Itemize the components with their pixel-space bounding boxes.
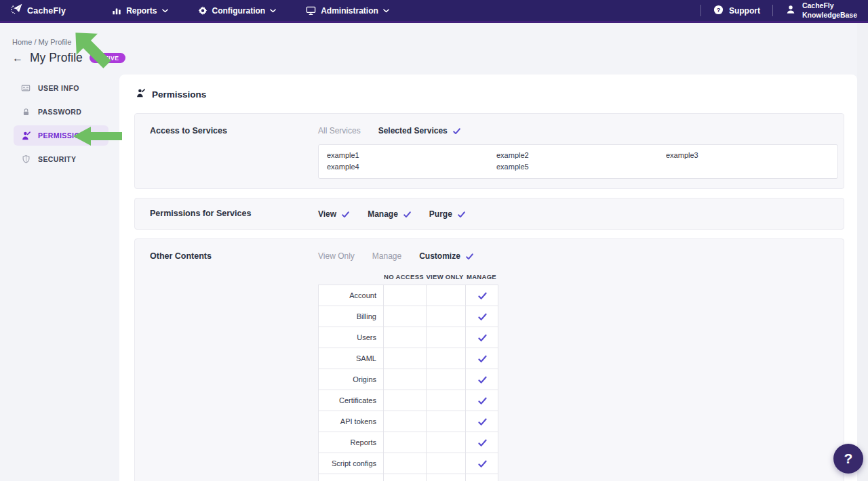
status-badge: ACTIVE <box>90 53 125 63</box>
table-row-certificates: Certificates <box>319 390 498 411</box>
permissions-for-services-panel: Permissions for Services ViewManagePurge <box>134 198 844 230</box>
access-to-services-panel: Access to Services All ServicesSelected … <box>134 113 844 189</box>
check-icon <box>477 438 488 448</box>
brand-name: CacheFly <box>27 6 66 16</box>
sidebar-item-password[interactable]: PASSWORD <box>14 102 108 122</box>
option-label: View <box>318 209 336 219</box>
other-contents-panel: Other Contents View OnlyManageCustomize … <box>134 238 844 481</box>
nav-item-reports[interactable]: Reports <box>112 6 167 16</box>
service-name: example5 <box>496 161 666 173</box>
row-label: Certificates <box>319 390 383 411</box>
cell-manage[interactable] <box>465 453 499 474</box>
cell-view-only[interactable] <box>426 411 465 432</box>
column-header-no-access: NO ACCESS <box>382 273 425 280</box>
nav-item-administration[interactable]: Administration <box>306 5 389 16</box>
permission-table-headers: NO ACCESSVIEW ONLYMANAGE <box>382 273 838 280</box>
nav-item-label: Reports <box>126 6 157 16</box>
option-manage[interactable]: Manage <box>368 209 412 219</box>
cell-view-only[interactable] <box>426 453 465 474</box>
person-podium-icon <box>20 131 31 141</box>
support-button[interactable]: ? Support <box>713 5 760 17</box>
cell-no-access[interactable] <box>383 327 426 348</box>
cell-manage[interactable] <box>465 411 499 432</box>
option-purge[interactable]: Purge <box>429 209 466 219</box>
cell-no-access[interactable] <box>383 411 426 432</box>
permissions-for-services-label: Permissions for Services <box>150 208 318 220</box>
option-view[interactable]: View <box>318 209 350 219</box>
check-icon <box>477 417 488 427</box>
question-circle-icon: ? <box>713 5 724 17</box>
svg-text:?: ? <box>717 6 721 13</box>
option-label: Selected Services <box>378 126 448 135</box>
option-all-services[interactable]: All Services <box>318 126 361 135</box>
option-label: Manage <box>368 209 398 219</box>
cell-manage[interactable] <box>465 306 499 327</box>
sidebar-item-permissions[interactable]: PERMISSIONS <box>14 125 108 146</box>
table-row-billing: Billing <box>319 306 498 327</box>
section-heading: Permissions <box>152 89 206 100</box>
cell-manage[interactable] <box>465 474 499 481</box>
cell-no-access[interactable] <box>383 369 426 390</box>
row-label: Users <box>319 327 383 348</box>
cell-view-only[interactable] <box>426 474 465 481</box>
cell-view-only[interactable] <box>426 432 465 453</box>
back-button[interactable]: ← <box>12 53 23 64</box>
gear-icon <box>198 6 208 16</box>
service-column: example1example4 <box>327 150 496 172</box>
access-to-services-label: Access to Services <box>150 125 318 179</box>
help-button[interactable]: ? <box>833 444 863 474</box>
scrollbar-track[interactable] <box>857 23 868 481</box>
option-label: All Services <box>318 126 361 135</box>
bar-chart-icon <box>112 6 121 16</box>
cell-manage[interactable] <box>465 390 499 411</box>
cell-view-only[interactable] <box>426 306 465 327</box>
paper-plane-icon <box>9 2 24 19</box>
table-row-reports: Reports <box>319 432 498 453</box>
sidebar-item-label: PASSWORD <box>38 108 81 116</box>
option-view-only[interactable]: View Only <box>318 251 355 261</box>
option-label: Manage <box>372 251 401 261</box>
cell-manage[interactable] <box>465 285 499 306</box>
cell-view-only[interactable] <box>426 348 465 369</box>
cell-no-access[interactable] <box>383 390 426 411</box>
row-label: Reports <box>319 432 383 453</box>
cell-manage[interactable] <box>465 432 499 453</box>
cachefly-logo[interactable]: CacheFly <box>9 2 66 19</box>
check-icon <box>477 459 488 469</box>
cell-view-only[interactable] <box>426 390 465 411</box>
breadcrumb: Home / My Profile <box>12 38 71 46</box>
cell-no-access[interactable] <box>383 432 426 453</box>
cell-no-access[interactable] <box>383 348 426 369</box>
chevron-down-icon <box>162 9 168 13</box>
cell-view-only[interactable] <box>426 327 465 348</box>
table-row-origins: Origins <box>319 369 498 390</box>
chevron-down-icon <box>270 9 276 13</box>
option-customize[interactable]: Customize <box>419 251 474 261</box>
row-label: Billing <box>319 306 383 327</box>
option-selected-services[interactable]: Selected Services <box>378 126 461 135</box>
column-header-manage: MANAGE <box>465 273 498 280</box>
knowledgebase-button[interactable]: CacheFly KnowledgeBase <box>785 1 857 20</box>
profile-sidebar: USER INFOPASSWORDPERMISSIONSSECURITY <box>0 76 119 173</box>
cell-view-only[interactable] <box>426 369 465 390</box>
check-icon <box>341 210 350 219</box>
service-permission-options: ViewManagePurge <box>318 208 838 220</box>
service-name: example3 <box>666 150 829 161</box>
top-navigation: CacheFly ReportsConfigurationAdministrat… <box>0 0 868 23</box>
cell-no-access[interactable] <box>383 285 426 306</box>
cell-no-access[interactable] <box>383 306 426 327</box>
breadcrumb-home-link[interactable]: Home <box>12 38 32 46</box>
cell-manage[interactable] <box>465 348 499 369</box>
service-name: example1 <box>327 150 496 161</box>
sidebar-item-user-info[interactable]: USER INFO <box>14 78 108 98</box>
cell-manage[interactable] <box>465 327 499 348</box>
other-contents-label: Other Contents <box>150 250 318 481</box>
check-icon <box>477 396 488 406</box>
nav-item-configuration[interactable]: Configuration <box>198 6 277 16</box>
sidebar-item-security[interactable]: SECURITY <box>14 149 108 169</box>
cell-manage[interactable] <box>465 369 499 390</box>
cell-no-access[interactable] <box>383 453 426 474</box>
cell-no-access[interactable] <box>383 474 426 481</box>
option-manage[interactable]: Manage <box>372 251 401 261</box>
cell-view-only[interactable] <box>426 285 465 306</box>
